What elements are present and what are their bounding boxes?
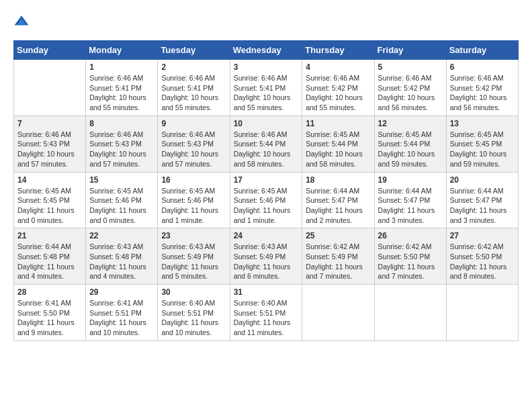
day-number: 18 — [306, 175, 370, 185]
calendar-week-row: 21Sunrise: 6:44 AM Sunset: 5:48 PM Dayli… — [14, 228, 519, 285]
calendar-cell: 1Sunrise: 6:46 AM Sunset: 5:41 PM Daylig… — [86, 60, 158, 116]
calendar-cell: 19Sunrise: 6:44 AM Sunset: 5:47 PM Dayli… — [374, 172, 446, 228]
day-info: Sunrise: 6:43 AM Sunset: 5:49 PM Dayligh… — [161, 242, 226, 281]
calendar-week-row: 7Sunrise: 6:46 AM Sunset: 5:43 PM Daylig… — [14, 116, 519, 172]
calendar-cell: 24Sunrise: 6:43 AM Sunset: 5:49 PM Dayli… — [230, 228, 302, 285]
calendar-cell: 4Sunrise: 6:46 AM Sunset: 5:42 PM Daylig… — [302, 60, 374, 116]
day-number: 1 — [89, 62, 154, 72]
day-number: 28 — [17, 287, 82, 297]
day-info: Sunrise: 6:44 AM Sunset: 5:48 PM Dayligh… — [17, 242, 82, 281]
weekday-header-cell: Friday — [374, 41, 446, 60]
day-number: 29 — [89, 287, 154, 297]
calendar-cell: 30Sunrise: 6:40 AM Sunset: 5:51 PM Dayli… — [158, 285, 230, 341]
day-info: Sunrise: 6:44 AM Sunset: 5:47 PM Dayligh… — [450, 186, 515, 226]
calendar-cell — [446, 285, 518, 341]
calendar-cell: 29Sunrise: 6:41 AM Sunset: 5:51 PM Dayli… — [86, 285, 158, 341]
calendar-cell: 3Sunrise: 6:46 AM Sunset: 5:41 PM Daylig… — [230, 60, 302, 116]
day-info: Sunrise: 6:41 AM Sunset: 5:50 PM Dayligh… — [17, 298, 82, 338]
day-number: 25 — [306, 231, 370, 240]
calendar-cell — [302, 285, 374, 341]
day-number: 30 — [161, 287, 226, 297]
day-info: Sunrise: 6:43 AM Sunset: 5:48 PM Dayligh… — [89, 242, 154, 281]
day-number: 31 — [234, 287, 299, 297]
calendar-cell — [14, 60, 86, 116]
calendar-cell: 16Sunrise: 6:45 AM Sunset: 5:46 PM Dayli… — [158, 172, 230, 228]
calendar-cell: 9Sunrise: 6:46 AM Sunset: 5:43 PM Daylig… — [158, 116, 230, 172]
calendar-cell: 25Sunrise: 6:42 AM Sunset: 5:49 PM Dayli… — [302, 228, 374, 285]
calendar-cell: 27Sunrise: 6:42 AM Sunset: 5:50 PM Dayli… — [446, 228, 518, 285]
day-number: 12 — [378, 119, 443, 128]
weekday-header-cell: Sunday — [14, 41, 86, 60]
day-number: 5 — [378, 62, 443, 72]
day-number: 9 — [161, 119, 226, 128]
weekday-header-cell: Wednesday — [230, 41, 302, 60]
day-info: Sunrise: 6:45 AM Sunset: 5:45 PM Dayligh… — [450, 130, 515, 169]
calendar-cell: 7Sunrise: 6:46 AM Sunset: 5:43 PM Daylig… — [14, 116, 86, 172]
day-info: Sunrise: 6:40 AM Sunset: 5:51 PM Dayligh… — [161, 298, 226, 338]
day-info: Sunrise: 6:42 AM Sunset: 5:49 PM Dayligh… — [306, 242, 370, 281]
calendar-cell: 26Sunrise: 6:42 AM Sunset: 5:50 PM Dayli… — [374, 228, 446, 285]
day-number: 4 — [306, 62, 370, 72]
page-header — [13, 13, 519, 30]
calendar-cell: 14Sunrise: 6:45 AM Sunset: 5:45 PM Dayli… — [14, 172, 86, 228]
day-info: Sunrise: 6:46 AM Sunset: 5:42 PM Dayligh… — [378, 73, 443, 113]
day-number: 19 — [378, 175, 443, 185]
day-info: Sunrise: 6:44 AM Sunset: 5:47 PM Dayligh… — [306, 186, 370, 226]
day-number: 17 — [234, 175, 299, 185]
weekday-header-cell: Saturday — [446, 41, 518, 60]
day-info: Sunrise: 6:40 AM Sunset: 5:51 PM Dayligh… — [234, 298, 299, 338]
day-info: Sunrise: 6:42 AM Sunset: 5:50 PM Dayligh… — [450, 242, 515, 281]
day-info: Sunrise: 6:45 AM Sunset: 5:45 PM Dayligh… — [17, 186, 82, 226]
calendar-cell: 28Sunrise: 6:41 AM Sunset: 5:50 PM Dayli… — [14, 285, 86, 341]
calendar-cell: 21Sunrise: 6:44 AM Sunset: 5:48 PM Dayli… — [14, 228, 86, 285]
day-info: Sunrise: 6:45 AM Sunset: 5:44 PM Dayligh… — [378, 130, 443, 169]
calendar-cell: 2Sunrise: 6:46 AM Sunset: 5:41 PM Daylig… — [158, 60, 230, 116]
logo-icon — [13, 13, 30, 30]
calendar-cell: 20Sunrise: 6:44 AM Sunset: 5:47 PM Dayli… — [446, 172, 518, 228]
day-info: Sunrise: 6:45 AM Sunset: 5:46 PM Dayligh… — [161, 186, 226, 226]
day-number: 26 — [378, 231, 443, 240]
calendar-cell: 22Sunrise: 6:43 AM Sunset: 5:48 PM Dayli… — [86, 228, 158, 285]
calendar-cell: 31Sunrise: 6:40 AM Sunset: 5:51 PM Dayli… — [230, 285, 302, 341]
calendar-cell: 5Sunrise: 6:46 AM Sunset: 5:42 PM Daylig… — [374, 60, 446, 116]
day-info: Sunrise: 6:46 AM Sunset: 5:42 PM Dayligh… — [306, 73, 370, 113]
day-info: Sunrise: 6:45 AM Sunset: 5:46 PM Dayligh… — [234, 186, 299, 226]
calendar-cell: 17Sunrise: 6:45 AM Sunset: 5:46 PM Dayli… — [230, 172, 302, 228]
calendar-week-row: 1Sunrise: 6:46 AM Sunset: 5:41 PM Daylig… — [14, 60, 519, 116]
day-number: 22 — [89, 231, 154, 240]
calendar-body: 1Sunrise: 6:46 AM Sunset: 5:41 PM Daylig… — [14, 60, 519, 341]
calendar-week-row: 28Sunrise: 6:41 AM Sunset: 5:50 PM Dayli… — [14, 285, 519, 341]
day-number: 20 — [450, 175, 515, 185]
calendar-cell: 10Sunrise: 6:46 AM Sunset: 5:44 PM Dayli… — [230, 116, 302, 172]
calendar-header-row: SundayMondayTuesdayWednesdayThursdayFrid… — [14, 41, 519, 60]
weekday-header-cell: Tuesday — [158, 41, 230, 60]
day-number: 13 — [450, 119, 515, 128]
day-info: Sunrise: 6:46 AM Sunset: 5:43 PM Dayligh… — [17, 130, 82, 169]
day-number: 24 — [234, 231, 299, 240]
calendar-cell: 15Sunrise: 6:45 AM Sunset: 5:46 PM Dayli… — [86, 172, 158, 228]
day-number: 27 — [450, 231, 515, 240]
calendar-week-row: 14Sunrise: 6:45 AM Sunset: 5:45 PM Dayli… — [14, 172, 519, 228]
day-info: Sunrise: 6:46 AM Sunset: 5:41 PM Dayligh… — [89, 73, 154, 113]
weekday-header-cell: Monday — [86, 41, 158, 60]
day-info: Sunrise: 6:46 AM Sunset: 5:41 PM Dayligh… — [234, 73, 299, 113]
day-number: 6 — [450, 62, 515, 72]
calendar-cell: 12Sunrise: 6:45 AM Sunset: 5:44 PM Dayli… — [374, 116, 446, 172]
day-info: Sunrise: 6:45 AM Sunset: 5:44 PM Dayligh… — [306, 130, 370, 169]
day-info: Sunrise: 6:46 AM Sunset: 5:43 PM Dayligh… — [161, 130, 226, 169]
calendar-cell: 11Sunrise: 6:45 AM Sunset: 5:44 PM Dayli… — [302, 116, 374, 172]
calendar-cell: 23Sunrise: 6:43 AM Sunset: 5:49 PM Dayli… — [158, 228, 230, 285]
day-number: 15 — [89, 175, 154, 185]
day-info: Sunrise: 6:46 AM Sunset: 5:44 PM Dayligh… — [234, 130, 299, 169]
day-number: 21 — [17, 231, 82, 240]
day-number: 3 — [234, 62, 299, 72]
day-info: Sunrise: 6:43 AM Sunset: 5:49 PM Dayligh… — [234, 242, 299, 281]
calendar-table: SundayMondayTuesdayWednesdayThursdayFrid… — [13, 40, 519, 341]
day-info: Sunrise: 6:42 AM Sunset: 5:50 PM Dayligh… — [378, 242, 443, 281]
day-number: 16 — [161, 175, 226, 185]
calendar-cell: 13Sunrise: 6:45 AM Sunset: 5:45 PM Dayli… — [446, 116, 518, 172]
day-number: 2 — [161, 62, 226, 72]
day-number: 8 — [89, 119, 154, 128]
calendar-cell — [374, 285, 446, 341]
day-number: 11 — [306, 119, 370, 128]
